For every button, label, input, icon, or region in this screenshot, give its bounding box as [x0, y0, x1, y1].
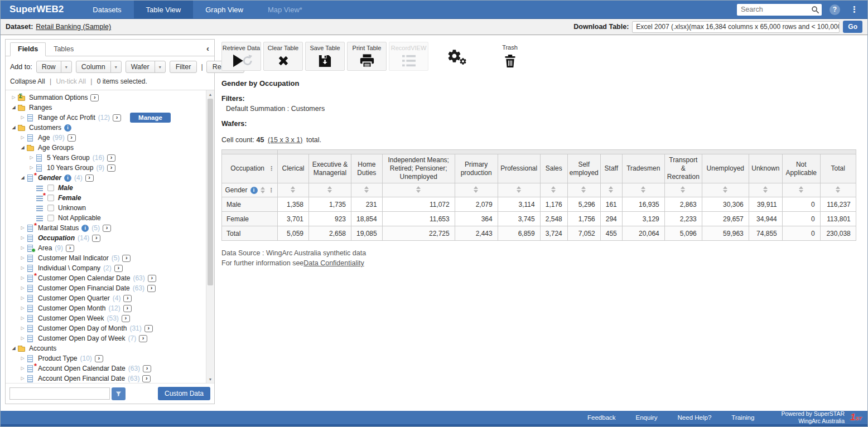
- tree-item-customer-open-month[interactable]: Customer Open Month(12): [6, 303, 206, 313]
- chevron-down-icon[interactable]: [61, 61, 71, 72]
- search-input[interactable]: [737, 4, 822, 16]
- sort-arrows-icon[interactable]: [551, 186, 556, 193]
- expand-arrow-icon[interactable]: [19, 326, 26, 331]
- checkbox[interactable]: [47, 205, 54, 211]
- sort-arrows-icon[interactable]: [799, 186, 804, 193]
- tree-item-customer-open-week[interactable]: Customer Open Week(53): [6, 313, 206, 323]
- open-field-button[interactable]: [114, 265, 123, 272]
- search-box[interactable]: [737, 4, 822, 16]
- go-button[interactable]: Go: [843, 21, 862, 33]
- sort-arrows-icon[interactable]: [641, 186, 646, 193]
- expand-arrow-icon[interactable]: [19, 236, 26, 240]
- expand-arrow-icon[interactable]: [19, 336, 26, 341]
- sort-arrows-icon[interactable]: [517, 186, 522, 193]
- expand-arrow-icon[interactable]: [19, 135, 26, 140]
- sort-arrows-icon[interactable]: [723, 186, 728, 193]
- add-to-row-button[interactable]: Row: [36, 61, 72, 73]
- sort-arrows-icon[interactable]: [836, 186, 841, 193]
- collapse-arrow-icon[interactable]: [10, 346, 17, 351]
- row-menu-icon[interactable]: [268, 187, 274, 193]
- add-to-row-label[interactable]: Row: [37, 61, 61, 72]
- expand-arrow-icon[interactable]: [19, 356, 26, 361]
- tree-item-5-years-group[interactable]: 5 Years Group(16): [6, 153, 206, 163]
- open-field-button[interactable]: [103, 225, 111, 232]
- open-field-button[interactable]: [85, 174, 94, 182]
- open-field-button[interactable]: [122, 315, 130, 322]
- print-table-button[interactable]: Print Table: [347, 42, 387, 71]
- tree-item-summation-options[interactable]: ΣSummation Options: [6, 93, 206, 103]
- sort-arrows-icon[interactable]: [327, 186, 332, 193]
- tree-item-female[interactable]: Female: [6, 193, 206, 203]
- untick-all-link[interactable]: Un-tick All: [56, 77, 86, 85]
- expand-arrow-icon[interactable]: [28, 156, 35, 160]
- open-field-button[interactable]: [123, 305, 132, 312]
- nav-item-datasets[interactable]: Datasets: [80, 1, 133, 18]
- open-field-button[interactable]: [107, 154, 115, 162]
- add-to-column-button[interactable]: Column: [76, 61, 122, 73]
- tree-item-account-open-financial-date[interactable]: Account Open Financial Date(63): [6, 373, 206, 383]
- open-field-button[interactable]: [123, 295, 132, 302]
- tree-item-account-open-calendar-date[interactable]: Account Open Calendar Date(63): [6, 363, 206, 373]
- open-field-button[interactable]: [107, 164, 115, 172]
- tree-item-customers[interactable]: Customers: [6, 123, 206, 133]
- collapse-arrow-icon[interactable]: [10, 125, 17, 130]
- sort-arrows-icon[interactable]: [581, 186, 586, 193]
- add-to-wafer-label[interactable]: Wafer: [126, 61, 155, 72]
- tree-item-male[interactable]: Male: [6, 183, 206, 193]
- expand-arrow-icon[interactable]: [19, 266, 26, 270]
- column-menu-icon[interactable]: [268, 166, 274, 172]
- footer-link-feedback[interactable]: Feedback: [587, 414, 616, 421]
- add-to-filter-button[interactable]: Filter: [170, 61, 197, 73]
- info-icon[interactable]: [64, 174, 71, 182]
- trash-button[interactable]: Trash: [495, 42, 524, 71]
- scroll-down-icon[interactable]: [206, 375, 214, 383]
- checkbox[interactable]: [47, 195, 54, 201]
- expand-arrow-icon[interactable]: [19, 256, 26, 260]
- expand-arrow-icon[interactable]: [19, 276, 26, 280]
- tree-item-accounts[interactable]: Accounts: [6, 343, 206, 353]
- expand-arrow-icon[interactable]: [19, 296, 26, 300]
- info-icon[interactable]: [81, 225, 89, 232]
- add-to-column-label[interactable]: Column: [76, 61, 110, 72]
- tree-item-gender[interactable]: Gender(4): [6, 173, 206, 183]
- checkbox[interactable]: [47, 185, 54, 191]
- open-field-button[interactable]: [113, 114, 121, 122]
- open-field-button[interactable]: [66, 245, 74, 252]
- expand-arrow-icon[interactable]: [19, 115, 26, 120]
- sort-arrows-icon[interactable]: [763, 186, 768, 193]
- scroll-up-icon[interactable]: [206, 90, 214, 98]
- tree-item-occupation[interactable]: Occupation(14): [6, 233, 206, 243]
- search-icon[interactable]: [811, 6, 819, 16]
- collapse-arrow-icon[interactable]: [19, 176, 26, 180]
- tree-item-unknown[interactable]: Unknown: [6, 203, 206, 213]
- expand-arrow-icon[interactable]: [28, 166, 35, 170]
- overflow-menu-icon[interactable]: [847, 4, 862, 14]
- collapse-sidebar-icon[interactable]: [206, 43, 209, 53]
- tree-item-customer-mail-indicator[interactable]: Customer Mail Indicator(5): [6, 253, 206, 263]
- tree-item-range-of-acc-profit[interactable]: Range of Acc Profit(12)Manage: [6, 113, 206, 123]
- manage-button[interactable]: Manage: [130, 113, 171, 123]
- open-field-button[interactable]: [90, 94, 99, 101]
- clear-table-button[interactable]: Clear Table: [263, 42, 303, 71]
- tree-item-customer-open-day-of-month[interactable]: Customer Open Day of Month(31): [6, 323, 206, 333]
- custom-data-button[interactable]: Custom Data: [158, 387, 210, 400]
- expand-arrow-icon[interactable]: [19, 376, 26, 381]
- sort-arrows-icon[interactable]: [474, 186, 479, 193]
- open-field-button[interactable]: [122, 255, 131, 262]
- info-icon[interactable]: [64, 124, 71, 132]
- tree-item-age-groups[interactable]: Age Groups: [6, 143, 206, 153]
- open-field-button[interactable]: [95, 355, 103, 362]
- expand-arrow-icon[interactable]: [19, 366, 26, 371]
- checkbox[interactable]: [47, 215, 54, 221]
- tree-item-ranges[interactable]: Ranges: [6, 103, 206, 113]
- sort-arrows-icon[interactable]: [291, 186, 296, 193]
- tree-item-customer-open-day-of-week[interactable]: Customer Open Day of Week(7): [6, 333, 206, 343]
- sort-arrows-icon[interactable]: [416, 186, 421, 193]
- open-field-button[interactable]: [144, 325, 153, 332]
- scrollbar-thumb[interactable]: [208, 99, 213, 285]
- expand-arrow-icon[interactable]: [10, 95, 17, 100]
- data-confidentiality-link[interactable]: Data Confidentiality: [303, 259, 364, 267]
- nav-item-graph-view[interactable]: Graph View: [193, 1, 255, 18]
- expand-arrow-icon[interactable]: [19, 316, 26, 321]
- footer-link-training[interactable]: Training: [731, 414, 754, 421]
